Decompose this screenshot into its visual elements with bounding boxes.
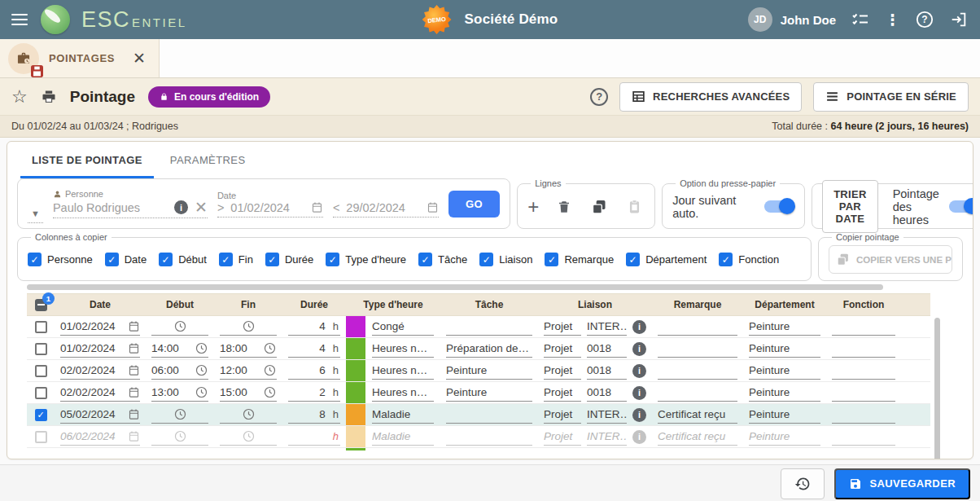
save-button[interactable]: SAUVEGARDER [834, 468, 970, 499]
liaison-type-field[interactable]: Projet [544, 362, 581, 380]
more-options-icon[interactable]: ⋮ [885, 12, 900, 28]
column-checkbox[interactable]: ✓Type d'heure [326, 253, 406, 266]
task-field[interactable]: Peinture [446, 362, 532, 380]
row-checkbox[interactable] [35, 365, 47, 377]
end-time-field[interactable] [220, 318, 277, 336]
hour-type-field[interactable]: Heures n… [372, 362, 434, 380]
department-field[interactable]: Peinture [749, 340, 820, 358]
start-time-field[interactable] [151, 428, 208, 446]
liaison-type-field[interactable]: Projet [544, 318, 581, 336]
clock-icon[interactable] [242, 407, 256, 421]
fonction-field[interactable] [832, 406, 895, 424]
dropdown-caret-icon[interactable]: ▼ [28, 209, 43, 223]
calendar-icon[interactable] [128, 386, 140, 398]
column-checkbox[interactable]: ✓Fonction [719, 253, 779, 266]
table-row[interactable]: 06/02/2024hMaladieProjetINTER…iCertifica… [27, 426, 930, 448]
calendar-icon[interactable] [128, 342, 140, 354]
clock-icon[interactable] [195, 363, 208, 377]
calendar-icon[interactable] [427, 201, 439, 213]
remark-field[interactable] [658, 340, 737, 358]
date-field[interactable]: 06/02/2024 [60, 428, 140, 446]
hour-type-field[interactable]: Maladie [372, 428, 434, 446]
liaison-ref-field[interactable]: 0018 [587, 362, 627, 380]
liaison-type-field[interactable]: Projet [544, 428, 581, 446]
hamburger-menu-icon[interactable] [11, 14, 28, 25]
remark-field[interactable] [658, 318, 737, 336]
duplicate-line-icon[interactable] [591, 199, 607, 215]
tab-parametres[interactable]: PARAMÈTRES [159, 142, 257, 178]
column-checkbox[interactable]: ✓Remarque [545, 253, 614, 266]
liaison-ref-field[interactable]: INTER… [587, 428, 627, 446]
info-icon[interactable]: i [632, 430, 646, 444]
task-field[interactable]: Peinture [446, 384, 532, 402]
liaison-type-field[interactable]: Projet [544, 340, 581, 358]
column-checkbox[interactable]: ✓Personne [28, 253, 93, 266]
clock-icon[interactable] [263, 341, 277, 355]
start-time-field[interactable]: 14:00 [151, 340, 208, 358]
remark-field[interactable]: Certificat reçu [658, 428, 737, 446]
row-checkbox[interactable] [35, 387, 47, 399]
hour-type-field[interactable]: Maladie [372, 406, 434, 424]
delete-line-icon[interactable] [557, 200, 571, 214]
date-field[interactable]: 02/02/2024 [60, 362, 140, 380]
info-icon[interactable]: i [632, 364, 646, 378]
start-time-field[interactable]: 13:00 [151, 384, 208, 402]
hour-type-field[interactable]: Heures n… [372, 340, 434, 358]
restore-history-button[interactable] [781, 468, 825, 499]
hour-type-field[interactable]: Heures n… [372, 384, 434, 402]
person-field[interactable]: Personne Paulo Rodrigues i ✕ [53, 189, 208, 218]
hour-type-field[interactable]: Congé [372, 318, 434, 336]
department-field[interactable]: Peinture [749, 384, 820, 402]
end-time-field[interactable]: 12:00 [220, 362, 277, 380]
info-icon[interactable]: i [632, 386, 646, 400]
duration-field[interactable]: 6h [288, 362, 340, 380]
liaison-ref-field[interactable]: INTER… [587, 406, 627, 424]
clock-icon[interactable] [173, 407, 187, 421]
clear-person-icon[interactable]: ✕ [195, 200, 208, 215]
department-field[interactable]: Peinture [749, 318, 820, 336]
table-row[interactable]: 01/02/20244hCongéProjetINTER…iPeinture [27, 316, 930, 338]
row-checkbox[interactable]: ✓ [35, 409, 47, 421]
fonction-field[interactable] [832, 384, 895, 402]
calendar-icon[interactable] [128, 430, 140, 442]
column-checkbox[interactable]: ✓Durée [265, 253, 313, 266]
table-row[interactable]: 02/02/202413:0015:002hHeures n…PeintureP… [27, 382, 930, 404]
column-checkbox[interactable]: ✓Tâche [418, 253, 467, 266]
table-row[interactable]: 01/02/202414:0018:004hHeures n…Préparati… [27, 338, 930, 360]
fonction-field[interactable] [832, 318, 895, 336]
start-time-field[interactable] [151, 406, 208, 424]
start-time-field[interactable] [151, 318, 208, 336]
liaison-type-field[interactable]: Projet [544, 406, 581, 424]
calendar-icon[interactable] [128, 320, 140, 332]
liaison-ref-field[interactable]: 0018 [587, 340, 627, 358]
end-time-field[interactable] [220, 406, 277, 424]
page-help-icon[interactable]: ? [590, 88, 608, 106]
clock-icon[interactable] [195, 385, 208, 399]
fonction-field[interactable] [832, 428, 895, 446]
date-field[interactable]: 02/02/2024 [60, 384, 140, 402]
tab-pointages[interactable]: POINTAGES ✕ [0, 39, 160, 77]
clock-icon[interactable] [173, 319, 187, 333]
liaison-ref-field[interactable]: 0018 [587, 384, 627, 402]
sort-by-date-button[interactable]: TRIER PAR DATE [822, 180, 878, 233]
clock-icon[interactable] [195, 341, 208, 355]
go-button[interactable]: GO [448, 191, 500, 218]
duration-field[interactable]: 2h [288, 384, 340, 402]
date-field[interactable]: 01/02/2024 [60, 318, 140, 336]
task-field[interactable] [446, 318, 532, 336]
copy-to-person-button[interactable]: COPIER VERS UNE PERSONNE [829, 245, 952, 274]
task-list-icon[interactable] [851, 10, 870, 29]
clock-icon[interactable] [173, 429, 187, 443]
date-from-field[interactable]: Date >01/02/2024 [217, 191, 323, 218]
clock-icon[interactable] [263, 385, 277, 399]
tab-liste-de-pointage[interactable]: LISTE DE POINTAGE [20, 142, 154, 178]
app-logo-icon[interactable] [41, 5, 70, 34]
clock-icon[interactable] [242, 319, 256, 333]
duration-field[interactable]: 4h [288, 318, 340, 336]
info-icon[interactable]: i [632, 342, 646, 356]
remark-field[interactable]: Certificat reçu [658, 406, 737, 424]
row-checkbox[interactable] [35, 431, 47, 443]
info-icon[interactable]: i [632, 408, 646, 422]
duration-field[interactable]: h [288, 428, 340, 446]
table-row[interactable]: ✓05/02/20248hMaladieProjetINTER…iCertifi… [27, 404, 930, 426]
